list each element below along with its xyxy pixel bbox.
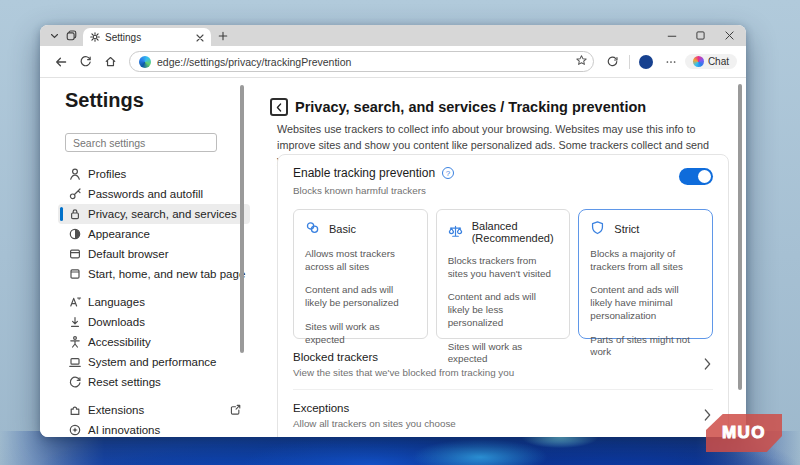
circles-icon [305, 220, 320, 237]
enable-tracking-row: Enable tracking prevention ? Blocks know… [293, 166, 713, 196]
level-line: Sites will work as expected [305, 321, 416, 346]
tab-search-chevron-icon[interactable] [46, 25, 62, 46]
sidebar-item-system-performance[interactable]: System and performance [58, 352, 250, 372]
row-title: Blocked trackers [293, 351, 514, 363]
workspaces-icon[interactable] [62, 25, 80, 46]
active-tab-settings[interactable]: Settings [83, 28, 211, 46]
level-line: Blocks trackers from sites you haven't v… [448, 255, 559, 280]
sidebar-title: Settings [65, 89, 144, 112]
address-bar[interactable]: edge://settings/privacy/trackingPreventi… [129, 51, 594, 72]
sidebar-item-default-browser[interactable]: Default browser [58, 244, 250, 264]
ai-sparkle-icon [68, 423, 82, 437]
level-line: Allows most trackers across all sites [305, 248, 416, 273]
sidebar-item-label: Profiles [88, 168, 126, 180]
external-link-icon [229, 403, 242, 418]
help-icon[interactable]: ? [442, 167, 454, 179]
sidebar-item-reset-settings[interactable]: Reset settings [58, 372, 250, 392]
refresh-icon[interactable] [74, 50, 97, 73]
page-header: Privacy, search, and services / Tracking… [270, 98, 646, 116]
home-icon[interactable] [99, 50, 122, 73]
profile-avatar[interactable] [635, 50, 658, 73]
exceptions-row[interactable]: Exceptions Allow all trackers on sites y… [293, 389, 713, 437]
chevron-right-icon [704, 356, 711, 374]
minimize-icon[interactable] [657, 25, 686, 46]
sidebar-item-accessibility[interactable]: Accessibility [58, 332, 250, 352]
sidebar-scrollbar[interactable] [240, 85, 244, 353]
sidebar-item-extensions[interactable]: Extensions [58, 400, 250, 420]
row-subtitle: View the sites that we've blocked from t… [293, 367, 514, 378]
sidebar-gap [40, 284, 262, 292]
toggle-knob [698, 170, 711, 183]
appearance-icon [68, 227, 82, 243]
enable-tracking-sublabel: Blocks known harmful trackers [293, 185, 454, 196]
sidebar-item-profiles[interactable]: Profiles [58, 164, 250, 184]
window-controls [657, 25, 744, 46]
sidebar-item-label: Passwords and autofill [88, 188, 203, 200]
sidebar-item-downloads[interactable]: Downloads [58, 312, 250, 332]
close-icon[interactable] [715, 25, 744, 46]
toolbar-divider [629, 55, 630, 69]
muo-watermark-logo: MUO [706, 414, 782, 452]
sidebar-item-appearance[interactable]: Appearance [58, 224, 250, 244]
level-card-strict-selected[interactable]: Strict Blocks a majority of trackers fro… [578, 209, 713, 339]
sidebar-item-label: Privacy, search, and services [88, 208, 237, 220]
back-icon[interactable] [49, 50, 72, 73]
sidebar-item-passwords[interactable]: Passwords and autofill [58, 184, 250, 204]
sidebar-item-label: Languages [88, 296, 145, 308]
level-title: Basic [329, 223, 356, 235]
level-line: Blocks a majority of trackers from all s… [590, 248, 701, 273]
level-card-basic[interactable]: Basic Allows most trackers across all si… [293, 209, 428, 339]
extensions-icon [68, 403, 82, 419]
languages-icon [68, 295, 82, 311]
sidebar-item-label: Default browser [88, 248, 169, 260]
lock-icon [68, 207, 82, 223]
settings-back-button[interactable] [270, 98, 288, 116]
enable-tracking-label: Enable tracking prevention [293, 166, 435, 180]
content-scrollbar[interactable] [738, 84, 742, 390]
sidebar-item-start-home[interactable]: Start, home, and new tab page [58, 264, 250, 284]
sidebar-item-label: System and performance [88, 356, 216, 368]
enable-tracking-toggle[interactable] [679, 168, 713, 185]
sidebar-item-privacy-selected[interactable]: Privacy, search, and services [58, 204, 250, 224]
sidebar-item-ai-innovations[interactable]: AI innovations [58, 420, 250, 437]
balance-icon [448, 224, 463, 241]
tracking-prevention-card: Enable tracking prevention ? Blocks know… [277, 154, 729, 437]
browser-essentials-icon[interactable] [601, 50, 624, 73]
tracking-level-cards: Basic Allows most trackers across all si… [293, 209, 713, 339]
chat-button-label: Chat [708, 56, 729, 67]
url-text[interactable]: edge://settings/privacy/trackingPreventi… [157, 56, 569, 68]
download-icon [68, 315, 82, 331]
tab-close-icon[interactable] [196, 28, 204, 46]
reset-icon [68, 375, 82, 391]
monitor-icon [68, 355, 82, 371]
tab-title: Settings [105, 32, 191, 43]
sidebar-item-label: Start, home, and new tab page [88, 268, 245, 280]
tab-page-icon [68, 267, 82, 283]
sidebar-item-languages[interactable]: Languages [58, 292, 250, 312]
sidebar-item-label: Accessibility [88, 336, 151, 348]
level-title: Balanced (Recommended) [472, 220, 559, 244]
more-menu-icon[interactable] [660, 50, 683, 73]
breadcrumb: Privacy, search, and services / Tracking… [295, 99, 646, 115]
chevron-right-icon [704, 407, 711, 425]
level-title: Strict [614, 223, 639, 235]
maximize-icon[interactable] [686, 25, 715, 46]
level-line: Parts of sites might not work [590, 334, 701, 359]
sidebar-list: Profiles Passwords and autofill Privacy,… [40, 164, 262, 437]
level-line: Content and ads will likely be personali… [305, 284, 416, 309]
browser-icon [68, 247, 82, 263]
sidebar-gap [40, 392, 262, 400]
level-line: Content and ads will likely have minimal… [590, 284, 701, 322]
gear-icon [90, 28, 100, 46]
favorite-star-icon[interactable] [575, 53, 588, 71]
new-tab-button[interactable] [211, 25, 235, 46]
copilot-chat-button[interactable]: Chat [685, 54, 737, 69]
accessibility-icon [68, 335, 82, 351]
selected-indicator [60, 207, 63, 221]
level-card-balanced[interactable]: Balanced (Recommended) Blocks trackers f… [436, 209, 571, 339]
row-subtitle: Allow all trackers on sites you choose [293, 418, 456, 429]
person-icon [68, 167, 82, 183]
browser-window: Settings [40, 25, 746, 437]
search-settings-input[interactable] [65, 133, 217, 152]
level-line: Content and ads will likely be less pers… [448, 291, 559, 329]
